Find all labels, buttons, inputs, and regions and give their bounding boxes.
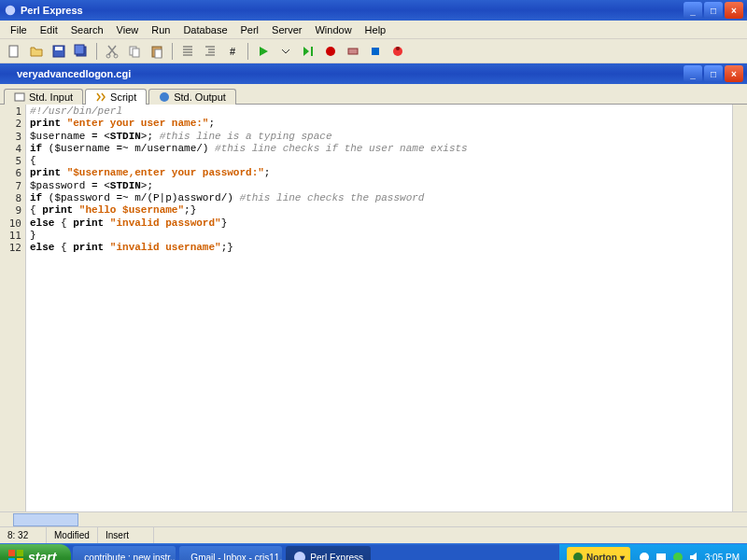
doc-minimize-button[interactable]: _ bbox=[684, 65, 702, 82]
debug-button[interactable] bbox=[388, 41, 408, 62]
stop-button[interactable] bbox=[365, 41, 386, 62]
run-button[interactable] bbox=[253, 41, 274, 62]
document-titlebar: veryadvancedlogon.cgi _ □ × bbox=[0, 63, 747, 84]
menu-database[interactable]: Database bbox=[176, 22, 233, 37]
editor-area: 123456789101112 #!/usr/bin/perlprint "en… bbox=[0, 105, 747, 511]
line-number: 5 bbox=[0, 155, 21, 167]
app-icon bbox=[4, 4, 17, 17]
tray-icon[interactable] bbox=[638, 551, 651, 560]
save-button[interactable] bbox=[49, 41, 69, 62]
comment-button[interactable]: # bbox=[222, 41, 243, 62]
indent-right-button[interactable] bbox=[200, 41, 220, 62]
doc-close-button[interactable]: × bbox=[725, 65, 743, 82]
insert-mode: Insert bbox=[98, 527, 154, 543]
svg-rect-11 bbox=[155, 49, 162, 58]
cut-button[interactable] bbox=[102, 41, 122, 62]
svg-point-26 bbox=[294, 552, 305, 560]
watch-button[interactable] bbox=[343, 41, 363, 62]
window-controls: _ □ × bbox=[684, 2, 743, 19]
task-label: contribute : new instr... bbox=[84, 553, 176, 561]
line-number-gutter: 123456789101112 bbox=[0, 105, 26, 511]
menu-perl[interactable]: Perl bbox=[234, 22, 266, 37]
modified-indicator: Modified bbox=[47, 527, 98, 543]
clock[interactable]: 3:05 PM bbox=[705, 553, 740, 561]
svg-rect-18 bbox=[15, 93, 24, 101]
line-number: 10 bbox=[0, 217, 21, 230]
menu-server[interactable]: Server bbox=[265, 22, 308, 37]
menu-view[interactable]: View bbox=[110, 22, 146, 37]
svg-point-30 bbox=[673, 553, 683, 560]
code-line[interactable]: else { print "invalid username";} bbox=[30, 242, 728, 254]
code-line[interactable]: print "enter your user name:"; bbox=[30, 118, 728, 130]
tab-std-input[interactable]: Std. Input bbox=[4, 89, 83, 105]
document-title: veryadvancedlogon.cgi bbox=[4, 68, 684, 79]
minimize-button[interactable]: _ bbox=[684, 2, 702, 19]
tab-std-output[interactable]: Std. Output bbox=[148, 89, 236, 105]
task-label: Gmail - Inbox - cris11... bbox=[190, 553, 282, 561]
code-line[interactable]: } bbox=[30, 230, 728, 242]
tray-icon[interactable] bbox=[671, 551, 684, 560]
code-line[interactable]: #!/usr/bin/perl bbox=[30, 105, 728, 118]
menu-edit[interactable]: Edit bbox=[34, 22, 64, 37]
status-spacer bbox=[154, 527, 747, 543]
code-line[interactable]: { bbox=[30, 155, 728, 167]
vertical-scrollbar[interactable] bbox=[732, 105, 747, 511]
start-label: start bbox=[28, 550, 56, 560]
start-button[interactable]: start bbox=[0, 544, 71, 560]
taskbar: start contribute : new instr... Gmail - … bbox=[0, 543, 747, 560]
taskbar-item-gmail[interactable]: Gmail - Inbox - cris11... bbox=[179, 546, 282, 560]
code-line[interactable]: { print "hello $username";} bbox=[30, 204, 728, 217]
svg-rect-14 bbox=[348, 49, 358, 54]
svg-point-19 bbox=[160, 92, 169, 102]
line-number: 2 bbox=[0, 118, 21, 130]
line-number: 6 bbox=[0, 167, 21, 179]
line-number: 4 bbox=[0, 143, 21, 155]
indent-left-button[interactable] bbox=[177, 41, 198, 62]
code-line[interactable]: print "$username,enter your password:"; bbox=[30, 167, 728, 179]
system-tray: Norton ▾ 3:05 PM bbox=[559, 544, 747, 560]
taskbar-item-contribute[interactable]: contribute : new instr... bbox=[73, 546, 176, 560]
svg-rect-9 bbox=[133, 49, 139, 57]
scroll-thumb[interactable] bbox=[13, 513, 78, 526]
step-button[interactable] bbox=[298, 41, 318, 62]
tab-label: Std. Output bbox=[174, 91, 226, 103]
line-number: 3 bbox=[0, 131, 21, 143]
svg-point-17 bbox=[396, 47, 400, 50]
close-button[interactable]: × bbox=[725, 2, 743, 19]
doc-maximize-button[interactable]: □ bbox=[704, 65, 723, 82]
code-line[interactable]: $username = <STDIN>; #this line is a typ… bbox=[30, 131, 728, 143]
tab-script[interactable]: Script bbox=[85, 89, 147, 105]
document-window-controls: _ □ × bbox=[684, 65, 743, 82]
run-dropdown-button[interactable] bbox=[275, 41, 296, 62]
line-number: 1 bbox=[0, 105, 21, 118]
menu-run[interactable]: Run bbox=[145, 22, 176, 37]
menu-search[interactable]: Search bbox=[64, 22, 110, 37]
output-icon bbox=[159, 91, 170, 103]
menu-help[interactable]: Help bbox=[359, 22, 393, 37]
code-line[interactable]: if ($password =~ m/(P|p)assword/) #this … bbox=[30, 192, 728, 204]
code-line[interactable]: else { print "invalid password"} bbox=[30, 217, 728, 230]
script-icon bbox=[95, 91, 106, 103]
taskbar-item-perl-express[interactable]: Perl Express bbox=[286, 546, 371, 560]
open-file-button[interactable] bbox=[26, 41, 47, 62]
menubar: File Edit Search View Run Database Perl … bbox=[0, 21, 747, 39]
breakpoint-button[interactable] bbox=[320, 41, 341, 62]
svg-rect-15 bbox=[372, 48, 379, 55]
new-file-button[interactable] bbox=[4, 41, 24, 62]
horizontal-scrollbar[interactable] bbox=[0, 511, 747, 526]
toolbar-separator bbox=[96, 43, 97, 60]
cursor-position: 8: 32 bbox=[0, 527, 47, 543]
toolbar-separator bbox=[172, 43, 173, 60]
save-all-button[interactable] bbox=[71, 41, 92, 62]
code-line[interactable]: $password = <STDIN>; bbox=[30, 180, 728, 192]
tray-icon[interactable] bbox=[655, 551, 668, 560]
menu-window[interactable]: Window bbox=[308, 22, 358, 37]
menu-file[interactable]: File bbox=[4, 22, 34, 37]
paste-button[interactable] bbox=[147, 41, 167, 62]
volume-icon[interactable] bbox=[688, 551, 701, 560]
norton-indicator[interactable]: Norton ▾ bbox=[567, 547, 630, 560]
code-line[interactable]: if ($username =~ m/username/) #this line… bbox=[30, 143, 728, 155]
maximize-button[interactable]: □ bbox=[704, 2, 723, 19]
code-editor[interactable]: #!/usr/bin/perlprint "enter your user na… bbox=[26, 105, 732, 511]
copy-button[interactable] bbox=[124, 41, 145, 62]
